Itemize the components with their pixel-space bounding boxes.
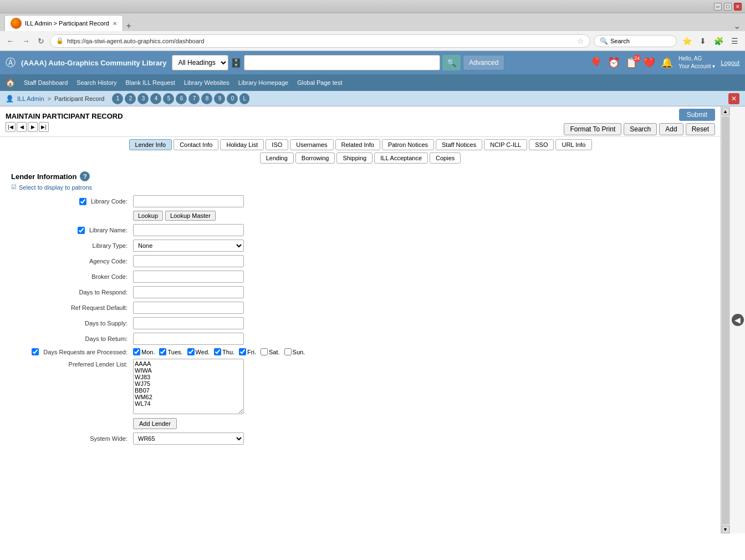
page-num-5[interactable]: 5 [163, 93, 174, 104]
library-name-input[interactable]: A Demo Library - AAAA [133, 224, 244, 236]
nav-staff-dashboard[interactable]: Staff Dashboard [24, 79, 68, 86]
library-type-select[interactable]: None Academic Public School Special [133, 240, 244, 252]
heart-icon[interactable]: ❤️ [643, 57, 655, 69]
select-display-row[interactable]: ☑ Select to display to patrons [11, 184, 710, 191]
tab-sso[interactable]: SSO [529, 139, 554, 150]
day-mon-checkbox[interactable] [133, 348, 140, 355]
ref-request-input[interactable] [133, 302, 244, 314]
page-num-8[interactable]: 8 [201, 93, 212, 104]
tab-contact-info[interactable]: Contact Info [174, 139, 218, 150]
system-wide-select[interactable]: WR65 [133, 432, 244, 445]
first-record-button[interactable]: |◀ [6, 122, 16, 132]
bookmark-icon[interactable]: ☆ [577, 37, 584, 45]
lookup-button[interactable]: Lookup [133, 211, 163, 221]
clock-icon[interactable]: ⏰ [608, 57, 620, 69]
reset-button[interactable]: Reset [686, 123, 715, 135]
add-button[interactable]: Add [659, 123, 683, 135]
tab-list-button[interactable]: ⌄ [733, 21, 741, 31]
last-record-button[interactable]: ▶| [39, 122, 49, 132]
browser-search-box[interactable]: 🔍 Search [594, 35, 677, 47]
menu-button[interactable]: ☰ [729, 35, 741, 47]
tab-ill-acceptance[interactable]: ILL Acceptance [374, 152, 428, 164]
library-name-checkbox[interactable] [78, 227, 85, 234]
tab-staff-notices[interactable]: Staff Notices [436, 139, 482, 150]
reload-button[interactable]: ↻ [35, 35, 47, 47]
search-type-select[interactable]: All Headings Title Author Subject [172, 55, 228, 70]
help-icon[interactable]: ? [80, 171, 90, 181]
day-sun-checkbox[interactable] [284, 348, 292, 355]
add-lender-button[interactable]: Add Lender [133, 418, 177, 429]
advanced-search-button[interactable]: Advanced [463, 55, 504, 70]
forward-button[interactable]: → [20, 35, 32, 47]
tab-holiday-list[interactable]: Holiday List [220, 139, 264, 150]
submit-button[interactable]: Submit [679, 109, 715, 121]
win-close-button[interactable]: ✕ [734, 3, 742, 11]
nav-library-homepage[interactable]: Library Homepage [238, 79, 289, 86]
tab-url-info[interactable]: URL Info [555, 139, 591, 150]
bookmark-list-button[interactable]: ⭐ [680, 35, 694, 47]
notification-bell-icon[interactable]: 🔔 [661, 57, 673, 69]
tab-usernames[interactable]: Usernames [290, 139, 333, 150]
account-menu[interactable]: Your Account ▾ [678, 63, 715, 70]
nav-blank-ill-request[interactable]: Blank ILL Request [125, 79, 175, 86]
tab-related-info[interactable]: Related Info [335, 139, 380, 150]
tab-iso[interactable]: ISO [266, 139, 288, 150]
tab-shipping[interactable]: Shipping [336, 152, 372, 164]
back-button[interactable]: ← [4, 35, 17, 47]
day-thu-checkbox[interactable] [214, 348, 221, 355]
format-to-print-button[interactable]: Format To Print [564, 123, 621, 135]
scroll-up-button[interactable]: ▲ [722, 108, 729, 115]
scroll-thumb[interactable] [722, 116, 729, 525]
library-code-input[interactable]: AAAA [133, 195, 244, 207]
page-num-4[interactable]: 4 [150, 93, 161, 104]
tab-ncip-cill[interactable]: NCIP C-ILL [484, 139, 527, 150]
breadcrumb-ill-admin[interactable]: ILL Admin [17, 95, 44, 102]
page-num-0[interactable]: 0 [227, 93, 238, 104]
breadcrumb-close-button[interactable]: ✕ [728, 93, 739, 104]
tab-lending[interactable]: Lending [260, 152, 294, 164]
hotair-balloon-icon[interactable]: 🎈 [590, 57, 602, 69]
vertical-scrollbar[interactable]: ▲ ▼ [721, 106, 729, 533]
logout-button[interactable]: Logout [721, 59, 739, 66]
scroll-down-button[interactable]: ▼ [722, 526, 729, 533]
day-fri-checkbox[interactable] [239, 348, 246, 355]
tab-copies[interactable]: Copies [430, 152, 461, 164]
page-num-3[interactable]: 3 [137, 93, 149, 104]
extensions-button[interactable]: 🧩 [712, 35, 726, 47]
page-num-9[interactable]: 9 [214, 93, 225, 104]
lookup-master-button[interactable]: Lookup Master [165, 211, 216, 221]
broker-code-input[interactable] [133, 271, 244, 283]
win-maximize-button[interactable]: □ [724, 3, 732, 11]
win-minimize-button[interactable]: ─ [714, 3, 722, 11]
page-num-1[interactable]: 1 [112, 93, 123, 104]
main-search-button[interactable]: 🔍 [442, 55, 461, 70]
day-tues-checkbox[interactable] [159, 348, 166, 355]
nav-global-page-test[interactable]: Global Page test [297, 79, 342, 86]
days-supply-input[interactable]: 14 [133, 317, 244, 329]
new-tab-button[interactable]: + [123, 21, 135, 31]
database-icon[interactable]: 🗄️ [231, 58, 242, 68]
tab-borrowing[interactable]: Borrowing [295, 152, 335, 164]
search-button[interactable]: Search [624, 123, 657, 135]
page-num-l[interactable]: L [239, 93, 249, 104]
days-respond-input[interactable]: 1 [133, 286, 244, 298]
address-bar[interactable]: 🔒 https://qa-stwi-agent.auto-graphics.co… [50, 34, 590, 48]
next-record-button[interactable]: ▶ [28, 122, 38, 132]
nav-search-history[interactable]: Search History [76, 79, 116, 86]
library-code-checkbox[interactable] [79, 198, 86, 205]
collapse-panel-button[interactable]: ◀ [732, 314, 744, 326]
home-icon[interactable]: 🏠 [6, 78, 15, 87]
page-num-7[interactable]: 7 [188, 93, 200, 104]
downloads-button[interactable]: ⬇ [697, 35, 708, 47]
tab-close-button[interactable]: ✕ [113, 21, 117, 27]
active-tab[interactable]: ILL Admin > Participant Record ✕ [4, 15, 123, 31]
prev-record-button[interactable]: ◀ [17, 122, 27, 132]
days-processed-checkbox[interactable] [32, 348, 39, 355]
page-num-6[interactable]: 6 [176, 93, 187, 104]
tab-patron-notices[interactable]: Patron Notices [382, 139, 434, 150]
day-wed-checkbox[interactable] [187, 348, 195, 355]
tab-lender-info[interactable]: Lender Info [129, 139, 172, 150]
day-sat-checkbox[interactable] [261, 348, 268, 355]
main-search-input[interactable] [244, 55, 440, 70]
nav-library-websites[interactable]: Library Websites [184, 79, 229, 86]
